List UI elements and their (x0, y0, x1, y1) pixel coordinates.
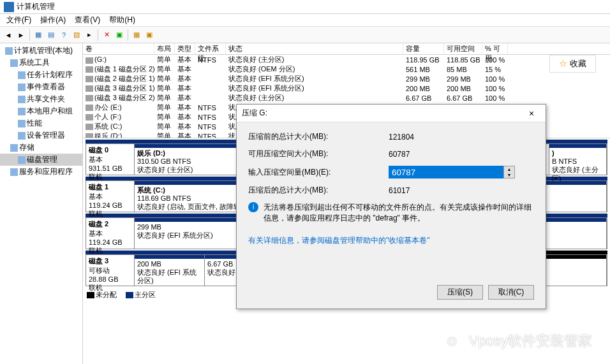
col-type[interactable]: 类型 (175, 43, 195, 54)
menu-view[interactable]: 查看(V) (71, 13, 104, 27)
dialog-info-text: 无法将卷压缩到超出任何不可移动的文件所在的点。有关完成该操作时间的详细信息，请参… (264, 202, 534, 224)
value-after: 61017 (389, 186, 534, 195)
wechat-icon: ⊙ (441, 330, 464, 353)
tb-delete-button[interactable]: ✕ (101, 29, 112, 41)
disk-0-part-1[interactable]: )B NTFS状态良好 (主分区) (549, 144, 607, 175)
col-status[interactable]: 状态 (226, 43, 403, 54)
volume-row[interactable]: (磁盘 2 磁盘分区 1)简单基本状态良好 (EFI 系统分区)299 MB29… (83, 74, 610, 84)
disk-1-info[interactable]: 磁盘 1基本119.24 GB联机 (86, 181, 135, 212)
dialog-titlebar: 压缩 G: × (237, 105, 546, 122)
dialog-close-button[interactable]: × (523, 108, 540, 119)
disk-3-info[interactable]: 磁盘 3可移动28.88 GB联机 (86, 255, 135, 286)
dialog-title: 压缩 G: (242, 108, 267, 119)
nav-back-button[interactable]: ◄ (3, 29, 14, 41)
favorite-button[interactable]: ☆ 收藏 (549, 55, 596, 73)
tb-btn-8[interactable]: ▣ (144, 29, 155, 41)
tb-btn-3[interactable]: ? (58, 29, 70, 41)
toolbar: ◄ ► ▦ ▤ ? ▧ ▸ ✕ ▣ ▦ ▣ (0, 27, 610, 43)
shrink-button[interactable]: 压缩(S) (437, 285, 483, 300)
disk-2-info[interactable]: 磁盘 2基本119.24 GB联机 (86, 218, 135, 249)
tree-scheduler[interactable]: 任务计划程序 (0, 69, 82, 81)
spin-down-button[interactable]: ▼ (504, 172, 514, 178)
col-volume[interactable]: 卷 (83, 43, 154, 54)
disk-0-info[interactable]: 磁盘 0基本931.51 GB联机 (86, 144, 135, 175)
col-capacity[interactable]: 容量 (403, 43, 444, 54)
star-icon: ☆ (559, 59, 567, 68)
menubar: 文件(F) 操作(A) 查看(V) 帮助(H) (0, 14, 610, 27)
tree-diskmgmt[interactable]: 磁盘管理 (0, 154, 82, 166)
col-free[interactable]: 可用空间 (444, 43, 482, 54)
cancel-button[interactable]: 取消(C) (488, 285, 534, 300)
tree-devmgr[interactable]: 设备管理器 (0, 129, 82, 142)
tb-btn-6[interactable]: ▣ (114, 29, 125, 41)
tree-eventviewer[interactable]: 事件查看器 (0, 81, 82, 93)
tb-btn-5[interactable]: ▸ (84, 29, 95, 41)
tree-shared[interactable]: 共享文件夹 (0, 93, 82, 105)
tree-users[interactable]: 本地用户和组 (0, 105, 82, 117)
nav-fwd-button[interactable]: ► (15, 29, 27, 41)
watermark: ⊙ Vposy软件安装管家 (441, 330, 592, 353)
tree-perf[interactable]: 性能 (0, 117, 82, 129)
volume-row[interactable]: (磁盘 3 磁盘分区 2)简单基本状态良好 (主分区)6.67 GB6.67 G… (83, 93, 610, 103)
col-pct[interactable]: % 可用 (482, 43, 508, 54)
col-fs[interactable]: 文件系统 (195, 43, 226, 54)
shrink-dialog: 压缩 G: × 压缩前的总计大小(MB):121804 可用压缩空间大小(MB)… (236, 104, 546, 309)
tree-systools[interactable]: 系统工具 (0, 57, 82, 69)
app-icon (4, 2, 14, 12)
tb-btn-4[interactable]: ▧ (71, 29, 82, 41)
menu-action[interactable]: 操作(A) (36, 13, 70, 27)
col-layout[interactable]: 布局 (154, 43, 175, 54)
nav-tree[interactable]: 计算机管理(本地) 系统工具 任务计划程序 事件查看器 共享文件夹 本地用户和组… (0, 43, 83, 364)
menu-help[interactable]: 帮助(H) (105, 13, 139, 27)
label-after: 压缩后的总计大小(MB): (248, 185, 389, 196)
label-avail: 可用压缩空间大小(MB): (248, 149, 389, 159)
tb-btn-7[interactable]: ▦ (131, 29, 142, 41)
spin-up-button[interactable]: ▲ (504, 166, 514, 172)
value-avail: 60787 (389, 150, 534, 159)
tree-services[interactable]: 服务和应用程序 (0, 166, 82, 178)
tb-btn-1[interactable]: ▦ (33, 29, 44, 41)
menu-file[interactable]: 文件(F) (3, 13, 35, 27)
volume-row[interactable]: (G:)简单基本NTFS状态良好 (主分区)118.95 GB118.85 GB… (83, 55, 610, 64)
value-before: 121804 (389, 133, 534, 142)
volume-header: 卷 布局 类型 文件系统 状态 容量 可用空间 % 可用 (83, 43, 610, 55)
volume-row[interactable]: (磁盘 1 磁盘分区 2)简单基本状态良好 (OEM 分区)561 MB85 M… (83, 64, 610, 74)
dialog-help-link[interactable]: 有关详细信息，请参阅磁盘管理帮助中的"收缩基本卷" (248, 235, 534, 246)
disk-3-part-0[interactable]: 200 MB状态良好 (EFI 系统分区) (135, 255, 205, 286)
tb-btn-2[interactable]: ▤ (45, 29, 57, 41)
tree-root[interactable]: 计算机管理(本地) (0, 45, 82, 57)
titlebar: 计算机管理 (0, 0, 610, 14)
window-title: 计算机管理 (17, 1, 55, 12)
tree-storage[interactable]: 存储 (0, 142, 82, 154)
volume-row[interactable]: (磁盘 3 磁盘分区 1)简单基本状态良好 (EFI 系统分区)200 MB20… (83, 84, 610, 93)
shrink-amount-input[interactable] (389, 166, 503, 178)
dialog-info: i 无法将卷压缩到超出任何不可移动的文件所在的点。有关完成该操作时间的详细信息，… (248, 202, 534, 224)
label-before: 压缩前的总计大小(MB): (248, 131, 389, 142)
info-icon: i (248, 202, 258, 212)
label-input: 输入压缩空间量(MB)(E): (248, 167, 389, 178)
